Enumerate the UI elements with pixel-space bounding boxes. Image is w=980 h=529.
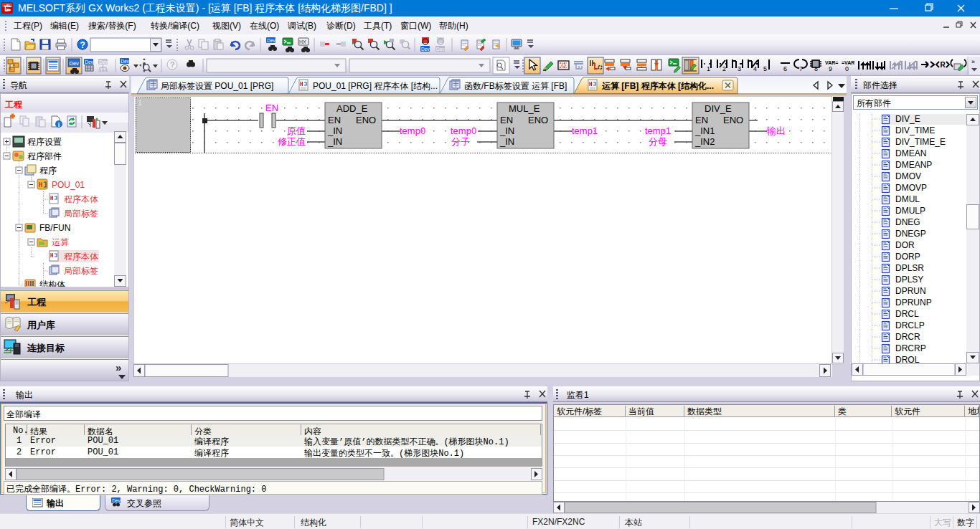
svg-text:»: » — [116, 361, 121, 373]
svg-text:DIV_E: DIV_E — [705, 103, 732, 114]
svg-text:DMEANP: DMEANP — [895, 160, 932, 170]
svg-text:temp0: temp0 — [451, 125, 476, 136]
svg-text:DROL: DROL — [895, 355, 920, 363]
svg-text:7: 7 — [799, 65, 803, 72]
svg-text:局部标签: 局部标签 — [64, 209, 98, 219]
svg-text:EN: EN — [695, 115, 708, 125]
svg-text:ADD_E: ADD_E — [336, 103, 368, 114]
svg-text:DRCL: DRCL — [895, 309, 919, 319]
svg-text:ENO: ENO — [723, 115, 743, 125]
svg-text:DOR: DOR — [895, 240, 915, 250]
svg-text:EN: EN — [328, 115, 341, 125]
svg-text:_IN: _IN — [327, 125, 342, 136]
svg-text:DORP: DORP — [895, 252, 920, 262]
svg-text:4: 4 — [753, 65, 757, 72]
svg-text:_IN: _IN — [499, 125, 514, 136]
svg-text:1: 1 — [707, 65, 710, 72]
svg-text:EN: EN — [265, 103, 278, 113]
svg-text:程序部件: 程序部件 — [27, 151, 62, 161]
svg-text:POU_01 [PRG] 程序本体 [结构...: POU_01 [PRG] 程序本体 [结构... — [313, 81, 438, 91]
svg-text:输出: 输出 — [766, 125, 786, 136]
svg-text:temp1: temp1 — [572, 125, 598, 136]
svg-text:程序: 程序 — [39, 166, 57, 176]
svg-text:Dev: Dev — [70, 60, 80, 67]
svg-text:=VAR: =VAR — [842, 60, 854, 65]
svg-text:FB/FUN: FB/FUN — [39, 223, 70, 233]
svg-text:EN: EN — [500, 115, 513, 125]
svg-text:DNEGP: DNEGP — [895, 229, 926, 239]
svg-text:修正值: 修正值 — [278, 136, 306, 147]
svg-text:3: 3 — [738, 65, 741, 72]
svg-text:DMUL: DMUL — [895, 194, 920, 204]
svg-text:5: 5 — [763, 65, 767, 72]
svg-text:Dev: Dev — [99, 59, 108, 65]
svg-text:DPLSR: DPLSR — [895, 263, 924, 273]
svg-text:DRCLP: DRCLP — [895, 320, 925, 330]
svg-text:DIV_TIME_E: DIV_TIME_E — [895, 137, 946, 147]
svg-text:_IN2: _IN2 — [694, 136, 715, 147]
svg-text:_IN1: _IN1 — [694, 125, 715, 136]
svg-text:结构体: 结构体 — [39, 280, 65, 287]
svg-text:DPRUN: DPRUN — [895, 286, 926, 296]
svg-text:DMEAN: DMEAN — [895, 148, 926, 158]
svg-text:DPRUNP: DPRUNP — [895, 297, 932, 308]
svg-text:DIV_E: DIV_E — [895, 114, 920, 124]
svg-text:局部标签: 局部标签 — [64, 266, 98, 276]
svg-text:原值: 原值 — [287, 125, 306, 136]
svg-text:HX: HX — [299, 39, 306, 44]
svg-text:9: 9 — [829, 65, 832, 72]
svg-text:6: 6 — [783, 65, 787, 72]
svg-text:MUL_E: MUL_E — [509, 103, 540, 114]
svg-text:1: 1 — [138, 98, 142, 107]
svg-text:Dev: Dev — [112, 498, 121, 503]
svg-text:temp0: temp0 — [400, 125, 425, 136]
svg-text:DNEG: DNEG — [895, 217, 920, 227]
svg-text:DPLSY: DPLSY — [895, 275, 923, 285]
svg-text:函数/FB标签设置 运算 [FB]: 函数/FB标签设置 运算 [FB] — [464, 81, 567, 91]
svg-text:DIV_TIME: DIV_TIME — [895, 125, 935, 135]
svg-text:局部标签设置 POU_01 [PRG]: 局部标签设置 POU_01 [PRG] — [161, 81, 273, 91]
svg-text:程序本体: 程序本体 — [64, 194, 98, 204]
svg-text:程序本体: 程序本体 — [64, 252, 98, 262]
svg-text:DRCR: DRCR — [895, 332, 920, 342]
svg-text:R: R — [941, 61, 946, 69]
svg-text:8: 8 — [814, 65, 818, 72]
svg-text:DMULP: DMULP — [895, 206, 925, 216]
svg-text:_IN: _IN — [499, 136, 514, 147]
svg-text:?: ? — [80, 40, 85, 50]
svg-text:DMOVP: DMOVP — [895, 183, 927, 193]
svg-text:temp1: temp1 — [645, 125, 671, 136]
svg-text:程序设置: 程序设置 — [27, 137, 62, 147]
svg-text:DMOV: DMOV — [895, 171, 921, 181]
svg-text:分子: 分子 — [451, 136, 470, 147]
svg-text:Dev: Dev — [436, 47, 445, 52]
svg-text:0: 0 — [845, 65, 849, 72]
svg-text:运算 [FB] 程序本体 [结构化...: 运算 [FB] 程序本体 [结构化... — [601, 81, 714, 91]
svg-text:?: ? — [170, 60, 175, 69]
svg-text:分母: 分母 — [649, 136, 667, 147]
svg-text:»: » — [971, 58, 975, 65]
svg-text:POU_01: POU_01 — [52, 180, 85, 190]
svg-text:2: 2 — [722, 65, 726, 72]
svg-text:ENO: ENO — [356, 115, 376, 125]
svg-text:i: i — [58, 121, 60, 128]
svg-text:Dev: Dev — [421, 47, 430, 52]
svg-text:ENO: ENO — [528, 115, 548, 125]
svg-text:VAR=: VAR= — [825, 60, 838, 65]
svg-text:_IN: _IN — [327, 136, 342, 147]
svg-text:DRCRP: DRCRP — [895, 343, 926, 353]
svg-text:运算: 运算 — [52, 237, 69, 247]
